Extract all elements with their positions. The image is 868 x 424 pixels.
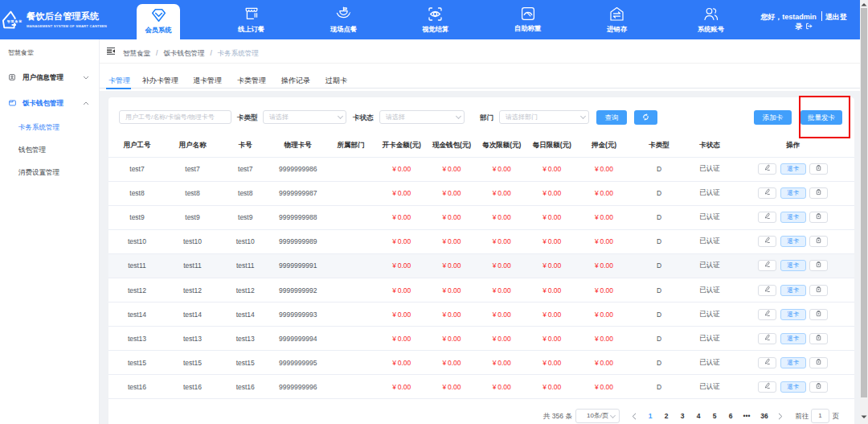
svg-text:智慧食堂: 智慧食堂 [6,19,23,23]
